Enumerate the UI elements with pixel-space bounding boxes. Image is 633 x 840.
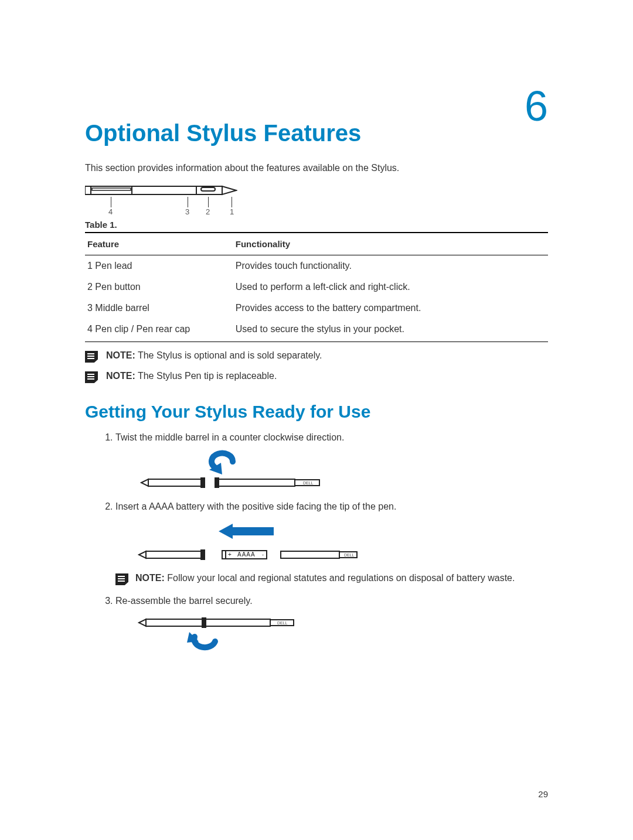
- cell-feature: 1 Pen lead: [85, 255, 233, 277]
- steps-list: Twist the middle barrel in a counter clo…: [85, 432, 548, 654]
- step-item: Insert a AAAA battery with the positive …: [115, 501, 548, 585]
- svg-rect-18: [201, 550, 205, 559]
- svg-rect-0: [85, 186, 91, 194]
- insert-arrow-icon: [219, 524, 274, 539]
- svg-rect-12: [219, 479, 295, 486]
- diagram-label-4: 4: [108, 207, 113, 216]
- diagram-label-2: 2: [206, 207, 210, 216]
- note-block: NOTE: The Stylus Pen tip is replaceable.: [85, 371, 548, 383]
- stylus-outline-icon: [85, 184, 237, 198]
- svg-marker-16: [139, 551, 146, 558]
- note-text: NOTE: The Stylus is optional and is sold…: [106, 350, 322, 361]
- cell-feature: 3 Middle barrel: [85, 298, 233, 319]
- svg-rect-14: [233, 527, 274, 535]
- note-label: NOTE:: [135, 573, 165, 583]
- cell-functionality: Provides access to the battery compartme…: [233, 298, 548, 319]
- svg-rect-10: [201, 478, 205, 487]
- svg-marker-6: [222, 186, 236, 194]
- twist-arrow-icon: [209, 453, 233, 474]
- section-heading: Getting Your Stylus Ready for Use: [85, 402, 548, 422]
- pen-split-icon: [141, 478, 319, 487]
- features-table: Feature Functionality 1 Pen lead Provide…: [85, 232, 548, 342]
- diagram-label-1: 1: [230, 207, 234, 216]
- brand-label: DELL: [344, 553, 355, 557]
- note-block: NOTE: The Stylus is optional and is sold…: [85, 350, 548, 363]
- battery-text: AAAA: [237, 551, 256, 558]
- step2-figure: + AAAA - DELL: [115, 519, 548, 565]
- step-item: Twist the middle barrel in a counter clo…: [115, 432, 548, 491]
- page-title: Optional Stylus Features: [85, 120, 548, 146]
- note-body: Follow your local and regional statutes …: [165, 573, 515, 583]
- note-text: NOTE: The Stylus Pen tip is replaceable.: [106, 371, 277, 381]
- brand-label: DELL: [303, 481, 314, 485]
- svg-rect-9: [148, 479, 201, 486]
- intro-text: This section provides information about …: [85, 163, 548, 173]
- cell-feature: 4 Pen clip / Pen rear cap: [85, 319, 233, 342]
- svg-rect-24: [146, 619, 202, 626]
- step1-figure: DELL: [115, 450, 548, 491]
- svg-rect-4: [201, 187, 215, 191]
- note-body: The Stylus is optional and is sold separ…: [135, 350, 322, 360]
- step-item: Re-assemble the barrel securely. DELL: [115, 596, 548, 654]
- cell-functionality: Used to secure the stylus in your pocket…: [233, 319, 548, 342]
- svg-rect-3: [132, 186, 196, 194]
- cell-functionality: Provides touch functionality.: [233, 255, 548, 277]
- cell-feature: 2 Pen button: [85, 276, 233, 298]
- svg-rect-21: [281, 551, 339, 558]
- th-functionality: Functionality: [233, 233, 548, 255]
- svg-rect-17: [146, 551, 201, 558]
- diagram-label-3: 3: [185, 207, 189, 216]
- table-caption: Table 1.: [85, 220, 548, 230]
- table-row: 3 Middle barrel Provides access to the b…: [85, 298, 548, 319]
- note-icon: [115, 573, 128, 585]
- note-text: NOTE: Follow your local and regional sta…: [135, 573, 515, 583]
- battery-minus: -: [262, 552, 264, 558]
- pen-assembled-icon: [139, 618, 294, 627]
- svg-rect-26: [206, 619, 270, 626]
- step-text: Re-assemble the barrel securely.: [115, 596, 548, 606]
- reassemble-arrow-icon: [187, 632, 215, 647]
- svg-marker-15: [219, 524, 233, 539]
- th-feature: Feature: [85, 233, 233, 255]
- table-row: 1 Pen lead Provides touch functionality.: [85, 255, 548, 277]
- svg-marker-23: [139, 619, 146, 626]
- step3-figure: DELL: [115, 613, 548, 654]
- svg-rect-2: [92, 188, 131, 190]
- note-body: The Stylus Pen tip is replaceable.: [135, 371, 277, 381]
- note-icon: [85, 351, 98, 363]
- stylus-parts-diagram: 4 3 2 1: [85, 184, 237, 216]
- note-label: NOTE:: [106, 371, 135, 381]
- note-label: NOTE:: [106, 350, 135, 360]
- cell-functionality: Used to perform a left-click and right-c…: [233, 276, 548, 298]
- note-icon: [85, 371, 98, 383]
- battery-plus: +: [228, 551, 232, 558]
- step-text: Twist the middle barrel in a counter clo…: [115, 432, 548, 443]
- svg-marker-8: [141, 479, 148, 486]
- table-row: 2 Pen button Used to perform a left-clic…: [85, 276, 548, 298]
- page-number: 29: [538, 789, 548, 799]
- note-block: NOTE: Follow your local and regional sta…: [115, 573, 548, 585]
- chapter-number: 6: [525, 82, 548, 130]
- brand-label: DELL: [277, 621, 288, 625]
- step-text: Insert a AAAA battery with the positive …: [115, 501, 548, 512]
- table-row: 4 Pen clip / Pen rear cap Used to secure…: [85, 319, 548, 342]
